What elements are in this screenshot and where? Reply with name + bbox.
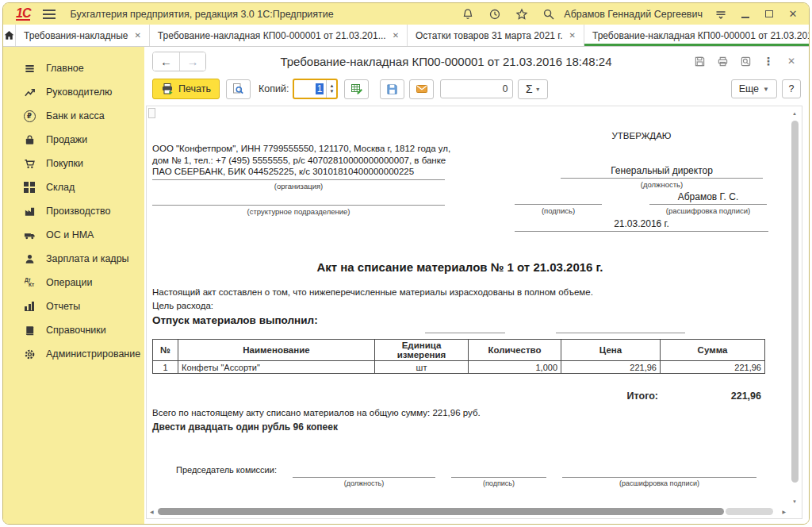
minimize-button[interactable] (737, 6, 753, 22)
sidebar-item-glavnoe[interactable]: Главное (3, 56, 144, 80)
issued-underline-2 (556, 333, 685, 333)
vertical-scroll-thumb[interactable] (791, 121, 799, 483)
open-windows-tab-bar: Требования-накладные ✕ Требование-наклад… (3, 25, 809, 47)
book-icon (22, 325, 36, 337)
tab-ostatki-tovarov[interactable]: Остатки товаров 31 марта 2021 г. ✕ (408, 25, 584, 46)
current-user-name[interactable]: Абрамов Геннадий Сергеевич (564, 9, 703, 20)
sidebar-item-prodazhi[interactable]: Продажи (3, 128, 144, 152)
history-nav-group: ← → (152, 52, 206, 71)
organization-underline (152, 179, 445, 180)
close-window-button[interactable]: ✕ (785, 6, 801, 22)
sidebar-item-zarplata-i-kadry[interactable]: Зарплата и кадры (3, 247, 144, 271)
form-header-icons: ⋮ ✕ (686, 52, 801, 71)
scroll-right-icon[interactable]: ▶ (782, 509, 786, 514)
save-file-button[interactable] (380, 79, 404, 99)
edit-table-button[interactable] (344, 79, 369, 99)
table-edit-icon (350, 83, 363, 95)
horizontal-scroll-thumb[interactable] (158, 508, 724, 515)
name-caption: (расшифровка подписи) (649, 206, 767, 215)
vertical-scrollbar[interactable]: ▲ ▼ (791, 111, 799, 504)
issued-underline-1 (425, 333, 505, 333)
approve-title: УТВЕРЖДАЮ (515, 131, 768, 140)
chairman-caption-name: (расшифровка подписи) (562, 479, 756, 487)
copies-stepper[interactable]: 1 ▲▼ (293, 79, 338, 99)
preview-icon[interactable] (736, 52, 755, 71)
warehouse-grid-icon (22, 182, 36, 194)
sidebar-item-spravochniki[interactable]: Справочники (3, 318, 144, 342)
notifications-bell-icon[interactable] (459, 6, 477, 23)
chairman-caption-position: (должность) (293, 479, 435, 487)
horizontal-scroll-track[interactable] (726, 508, 773, 515)
printer-icon (161, 83, 174, 95)
sidebar-item-bank-i-kassa[interactable]: ₽ Банк и касса (3, 104, 144, 128)
print-icon[interactable] (713, 52, 732, 71)
debit-credit-icon: ДтКт (22, 278, 36, 288)
home-tab[interactable] (3, 25, 16, 46)
factory-icon (22, 206, 36, 217)
close-tab-icon[interactable]: ✕ (569, 31, 576, 40)
tab-trebovanie-nakladnaya-1[interactable]: Требование-накладная КП00-000001 от 21.0… (150, 25, 408, 46)
chairman-underline-2 (451, 477, 546, 478)
table-row: 1 Конфеты "Ассорти" шт 1,000 221,96 221,… (153, 361, 765, 374)
spin-up-icon[interactable]: ▲ (329, 83, 334, 89)
more-commands-icon[interactable]: ⋮ (759, 52, 778, 71)
sections-sidebar: Главное Руководителю ₽ Банк и касса Прод… (3, 47, 144, 524)
more-button[interactable]: Еще ▼ (731, 79, 777, 98)
sidebar-item-sklad[interactable]: Склад (3, 175, 144, 199)
tab-label: Требование-накладная КП00-000001 от 21.0… (158, 30, 386, 41)
scroll-down-icon[interactable]: ▼ (792, 499, 797, 504)
close-tab-icon[interactable]: ✕ (134, 31, 140, 40)
tab-label: Требования-накладные (24, 30, 128, 41)
print-toolbar: Печать Копий: 1 ▲▼ (144, 75, 809, 102)
sidebar-item-rukovoditelyu[interactable]: Руководителю (3, 80, 144, 104)
sidebar-item-administrirovanie[interactable]: Администрирование (3, 342, 144, 366)
sum-field[interactable]: 0 (440, 79, 513, 98)
print-button[interactable]: Печать (152, 79, 220, 99)
materials-table: № Наименование Единица измерения Количес… (152, 339, 765, 374)
col-price: Цена (561, 340, 661, 361)
search-icon[interactable] (540, 6, 557, 23)
send-email-button[interactable] (409, 79, 434, 99)
horizontal-scrollbar[interactable]: ◀ ▶ (150, 508, 786, 515)
forward-button[interactable]: → (179, 52, 205, 71)
history-icon[interactable] (486, 6, 504, 23)
col-unit: Единица измерения (375, 340, 469, 361)
tab-trebovaniya-nakladnye[interactable]: Требования-накладные ✕ (16, 25, 150, 46)
scroll-up-icon[interactable]: ▲ (792, 111, 797, 116)
act-body-line: Настоящий акт составлен о том, что нижеп… (152, 287, 593, 297)
total-sentence: Всего по настоящему акту списано материа… (152, 408, 481, 417)
maximize-button[interactable] (761, 6, 777, 22)
envelope-icon (416, 83, 428, 95)
close-tab-icon[interactable]: ✕ (393, 31, 399, 40)
col-quantity: Количество (469, 340, 561, 361)
main-menu-icon[interactable] (43, 10, 56, 19)
chairman-underline-3 (562, 477, 756, 478)
close-form-icon[interactable]: ✕ (782, 52, 801, 71)
save-icon[interactable] (690, 52, 709, 71)
total-in-words: Двести двадцать один рубль 96 копеек (152, 421, 338, 433)
scroll-left-icon[interactable]: ◀ (150, 509, 154, 514)
sum-sigma-button[interactable]: Σ ▼ (518, 79, 548, 99)
organization-caption: (организация) (152, 182, 445, 190)
col-number: № (153, 340, 178, 361)
preview-button[interactable] (226, 79, 251, 99)
tab-label: Требование-накладная КП00-000001 от 21.0… (592, 30, 810, 41)
back-button[interactable]: ← (153, 52, 179, 71)
sidebar-item-pokupki[interactable]: Покупки (3, 152, 144, 175)
app-window: 1С Бухгалтерия предприятия, редакция 3.0… (2, 2, 810, 525)
sidebar-item-os-i-nma[interactable]: ОС и НМА (3, 223, 144, 247)
chairman-underline-1 (293, 477, 435, 478)
sidebar-item-proizvodstvo[interactable]: Производство (3, 199, 144, 223)
sidebar-item-otchety[interactable]: Отчеты (3, 294, 144, 318)
service-settings-menu-icon[interactable] (712, 6, 730, 23)
division-underline (152, 205, 445, 206)
tab-trebovanie-nakladnaya-2-active[interactable]: Требование-накладная КП00-000001 от 21.0… (584, 25, 810, 46)
help-button[interactable]: ? (782, 79, 801, 98)
favorites-star-icon[interactable] (513, 6, 530, 23)
approver-name: Абрамов Г. С. (649, 191, 767, 202)
spreadsheet-print-preview[interactable]: ООО "Конфетпром", ИНН 7799555550, 121170… (146, 106, 802, 519)
spin-down-icon[interactable]: ▼ (329, 89, 334, 94)
col-name: Наименование (178, 340, 375, 361)
sidebar-item-operacii[interactable]: ДтКт Операции (3, 271, 144, 294)
division-caption: (структурное подразделение) (152, 207, 445, 216)
